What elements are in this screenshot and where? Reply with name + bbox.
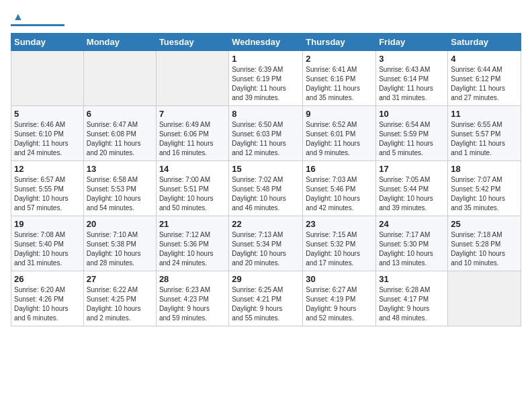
calendar-cell: 16Sunrise: 7:03 AM Sunset: 5:46 PM Dayli… — [303, 161, 376, 216]
calendar-cell: 9Sunrise: 6:52 AM Sunset: 6:01 PM Daylig… — [303, 106, 376, 161]
day-number: 5 — [14, 109, 81, 119]
day-info: Sunrise: 6:55 AM Sunset: 5:57 PM Dayligh… — [451, 120, 518, 158]
day-number: 24 — [379, 219, 445, 229]
day-info: Sunrise: 6:41 AM Sunset: 6:16 PM Dayligh… — [306, 65, 373, 103]
calendar-cell: 17Sunrise: 7:05 AM Sunset: 5:44 PM Dayli… — [376, 161, 448, 216]
day-number: 30 — [306, 274, 373, 284]
calendar-cell: 20Sunrise: 7:10 AM Sunset: 5:38 PM Dayli… — [83, 216, 156, 271]
day-number: 1 — [232, 54, 300, 64]
day-info: Sunrise: 6:20 AM Sunset: 4:26 PM Dayligh… — [14, 285, 81, 323]
day-info: Sunrise: 6:50 AM Sunset: 6:03 PM Dayligh… — [232, 120, 300, 158]
calendar-header-row: SundayMondayTuesdayWednesdayThursdayFrid… — [11, 34, 521, 51]
day-info: Sunrise: 6:22 AM Sunset: 4:25 PM Dayligh… — [87, 285, 153, 323]
calendar-cell: 11Sunrise: 6:55 AM Sunset: 5:57 PM Dayli… — [448, 106, 521, 161]
day-info: Sunrise: 7:02 AM Sunset: 5:48 PM Dayligh… — [232, 175, 300, 213]
day-info: Sunrise: 6:23 AM Sunset: 4:23 PM Dayligh… — [159, 285, 226, 323]
logo: ▲ — [11, 11, 64, 26]
day-info: Sunrise: 6:54 AM Sunset: 5:59 PM Dayligh… — [379, 120, 445, 158]
day-number: 31 — [379, 274, 445, 284]
calendar-cell: 30Sunrise: 6:27 AM Sunset: 4:19 PM Dayli… — [303, 271, 376, 326]
week-row-3: 12Sunrise: 6:57 AM Sunset: 5:55 PM Dayli… — [11, 161, 521, 216]
calendar-cell: 19Sunrise: 7:08 AM Sunset: 5:40 PM Dayli… — [11, 216, 84, 271]
day-number: 4 — [451, 54, 518, 64]
calendar-cell: 6Sunrise: 6:47 AM Sunset: 6:08 PM Daylig… — [83, 106, 156, 161]
calendar-cell: 26Sunrise: 6:20 AM Sunset: 4:26 PM Dayli… — [11, 271, 84, 326]
week-row-1: 1Sunrise: 6:39 AM Sunset: 6:19 PM Daylig… — [11, 51, 521, 106]
calendar-cell: 31Sunrise: 6:28 AM Sunset: 4:17 PM Dayli… — [376, 271, 448, 326]
day-info: Sunrise: 7:07 AM Sunset: 5:42 PM Dayligh… — [451, 175, 518, 213]
day-number: 13 — [87, 164, 153, 174]
day-number: 18 — [451, 164, 518, 174]
logo-divider — [11, 24, 64, 26]
header-saturday: Saturday — [448, 34, 521, 51]
day-info: Sunrise: 6:57 AM Sunset: 5:55 PM Dayligh… — [14, 175, 81, 213]
day-number: 26 — [14, 274, 81, 284]
day-number: 15 — [232, 164, 300, 174]
header-wednesday: Wednesday — [229, 34, 303, 51]
calendar-cell: 15Sunrise: 7:02 AM Sunset: 5:48 PM Dayli… — [229, 161, 303, 216]
day-info: Sunrise: 6:44 AM Sunset: 6:12 PM Dayligh… — [451, 65, 518, 103]
calendar-cell — [83, 51, 156, 106]
day-number: 21 — [159, 219, 226, 229]
calendar-cell: 14Sunrise: 7:00 AM Sunset: 5:51 PM Dayli… — [156, 161, 228, 216]
header-sunday: Sunday — [11, 34, 84, 51]
calendar-cell: 22Sunrise: 7:13 AM Sunset: 5:34 PM Dayli… — [229, 216, 303, 271]
calendar-cell: 23Sunrise: 7:15 AM Sunset: 5:32 PM Dayli… — [303, 216, 376, 271]
calendar-cell: 3Sunrise: 6:43 AM Sunset: 6:14 PM Daylig… — [376, 51, 448, 106]
day-number: 22 — [232, 219, 300, 229]
calendar-cell: 29Sunrise: 6:25 AM Sunset: 4:21 PM Dayli… — [229, 271, 303, 326]
calendar-cell: 13Sunrise: 6:58 AM Sunset: 5:53 PM Dayli… — [83, 161, 156, 216]
day-number: 19 — [14, 219, 81, 229]
day-number: 12 — [14, 164, 81, 174]
calendar-cell: 25Sunrise: 7:18 AM Sunset: 5:28 PM Dayli… — [448, 216, 521, 271]
calendar-cell — [156, 51, 228, 106]
calendar-cell: 8Sunrise: 6:50 AM Sunset: 6:03 PM Daylig… — [229, 106, 303, 161]
day-info: Sunrise: 6:58 AM Sunset: 5:53 PM Dayligh… — [87, 175, 153, 213]
day-info: Sunrise: 6:47 AM Sunset: 6:08 PM Dayligh… — [87, 120, 153, 158]
day-number: 17 — [379, 164, 445, 174]
day-number: 6 — [87, 109, 153, 119]
day-number: 9 — [306, 109, 373, 119]
day-number: 10 — [379, 109, 445, 119]
day-number: 2 — [306, 54, 373, 64]
day-number: 23 — [306, 219, 373, 229]
calendar-cell: 7Sunrise: 6:49 AM Sunset: 6:06 PM Daylig… — [156, 106, 228, 161]
day-number: 8 — [232, 109, 300, 119]
day-info: Sunrise: 6:49 AM Sunset: 6:06 PM Dayligh… — [159, 120, 226, 158]
day-number: 25 — [451, 219, 518, 229]
day-info: Sunrise: 7:10 AM Sunset: 5:38 PM Dayligh… — [87, 230, 153, 268]
calendar-cell: 4Sunrise: 6:44 AM Sunset: 6:12 PM Daylig… — [448, 51, 521, 106]
day-info: Sunrise: 7:03 AM Sunset: 5:46 PM Dayligh… — [306, 175, 373, 213]
calendar-cell — [448, 271, 521, 326]
calendar-cell: 27Sunrise: 6:22 AM Sunset: 4:25 PM Dayli… — [83, 271, 156, 326]
day-info: Sunrise: 6:43 AM Sunset: 6:14 PM Dayligh… — [379, 65, 445, 103]
day-info: Sunrise: 7:12 AM Sunset: 5:36 PM Dayligh… — [159, 230, 226, 268]
calendar-cell: 24Sunrise: 7:17 AM Sunset: 5:30 PM Dayli… — [376, 216, 448, 271]
week-row-5: 26Sunrise: 6:20 AM Sunset: 4:26 PM Dayli… — [11, 271, 521, 326]
header-tuesday: Tuesday — [156, 34, 228, 51]
day-info: Sunrise: 7:17 AM Sunset: 5:30 PM Dayligh… — [379, 230, 445, 268]
day-info: Sunrise: 6:25 AM Sunset: 4:21 PM Dayligh… — [232, 285, 300, 323]
day-number: 3 — [379, 54, 445, 64]
day-number: 7 — [159, 109, 226, 119]
calendar-cell: 5Sunrise: 6:46 AM Sunset: 6:10 PM Daylig… — [11, 106, 84, 161]
day-info: Sunrise: 6:46 AM Sunset: 6:10 PM Dayligh… — [14, 120, 81, 158]
header-thursday: Thursday — [303, 34, 376, 51]
day-number: 16 — [306, 164, 373, 174]
page-header: ▲ — [11, 11, 521, 26]
header-monday: Monday — [83, 34, 156, 51]
day-info: Sunrise: 6:27 AM Sunset: 4:19 PM Dayligh… — [306, 285, 373, 323]
day-number: 27 — [87, 274, 153, 284]
day-info: Sunrise: 6:52 AM Sunset: 6:01 PM Dayligh… — [306, 120, 373, 158]
day-info: Sunrise: 7:05 AM Sunset: 5:44 PM Dayligh… — [379, 175, 445, 213]
day-info: Sunrise: 7:15 AM Sunset: 5:32 PM Dayligh… — [306, 230, 373, 268]
day-number: 14 — [159, 164, 226, 174]
calendar-cell: 28Sunrise: 6:23 AM Sunset: 4:23 PM Dayli… — [156, 271, 228, 326]
calendar-cell: 1Sunrise: 6:39 AM Sunset: 6:19 PM Daylig… — [229, 51, 303, 106]
day-info: Sunrise: 7:13 AM Sunset: 5:34 PM Dayligh… — [232, 230, 300, 268]
calendar-cell: 12Sunrise: 6:57 AM Sunset: 5:55 PM Dayli… — [11, 161, 84, 216]
week-row-2: 5Sunrise: 6:46 AM Sunset: 6:10 PM Daylig… — [11, 106, 521, 161]
calendar-cell: 10Sunrise: 6:54 AM Sunset: 5:59 PM Dayli… — [376, 106, 448, 161]
calendar-cell: 21Sunrise: 7:12 AM Sunset: 5:36 PM Dayli… — [156, 216, 228, 271]
calendar-cell: 18Sunrise: 7:07 AM Sunset: 5:42 PM Dayli… — [448, 161, 521, 216]
